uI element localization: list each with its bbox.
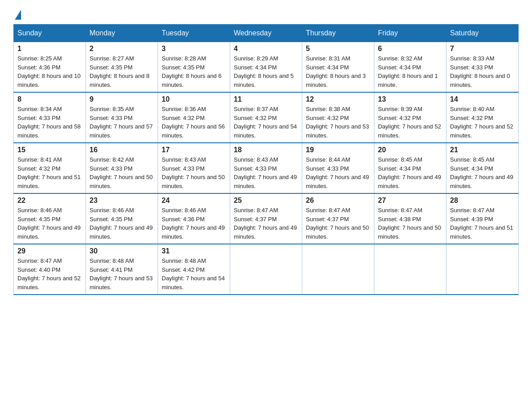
day-number: 16 [90,146,154,154]
calendar-cell: 23Sunrise: 8:46 AMSunset: 4:35 PMDayligh… [86,193,158,244]
day-number: 23 [90,197,154,205]
day-number: 17 [162,146,226,154]
calendar-cell: 19Sunrise: 8:44 AMSunset: 4:33 PMDayligh… [302,143,374,193]
calendar-cell: 20Sunrise: 8:45 AMSunset: 4:34 PMDayligh… [374,143,446,193]
calendar-cell: 8Sunrise: 8:34 AMSunset: 4:33 PMDaylight… [14,92,86,143]
header-tuesday: Tuesday [158,25,230,42]
day-info: Sunrise: 8:46 AMSunset: 4:35 PMDaylight:… [90,206,154,241]
day-number: 20 [378,146,442,154]
calendar-cell: 12Sunrise: 8:38 AMSunset: 4:32 PMDayligh… [302,92,374,143]
day-number: 26 [306,197,370,205]
calendar-cell: 17Sunrise: 8:43 AMSunset: 4:33 PMDayligh… [158,143,230,193]
header-saturday: Saturday [446,25,519,42]
calendar-cell: 24Sunrise: 8:46 AMSunset: 4:36 PMDayligh… [158,193,230,244]
day-info: Sunrise: 8:40 AMSunset: 4:32 PMDaylight:… [450,105,515,140]
day-number: 25 [234,197,298,205]
day-info: Sunrise: 8:27 AMSunset: 4:35 PMDaylight:… [90,54,154,89]
calendar-cell: 18Sunrise: 8:43 AMSunset: 4:33 PMDayligh… [230,143,302,193]
day-number: 21 [450,146,515,154]
day-number: 9 [90,95,154,103]
calendar-cell: 30Sunrise: 8:48 AMSunset: 4:41 PMDayligh… [86,244,158,295]
calendar-cell: 9Sunrise: 8:35 AMSunset: 4:33 PMDaylight… [86,92,158,143]
day-number: 1 [17,45,82,53]
header-friday: Friday [374,25,446,42]
day-number: 14 [450,95,515,103]
day-info: Sunrise: 8:34 AMSunset: 4:33 PMDaylight:… [17,105,82,140]
day-number: 7 [450,45,515,53]
calendar-cell [230,244,302,295]
calendar-cell: 13Sunrise: 8:39 AMSunset: 4:32 PMDayligh… [374,92,446,143]
day-info: Sunrise: 8:44 AMSunset: 4:33 PMDaylight:… [306,155,370,190]
day-info: Sunrise: 8:43 AMSunset: 4:33 PMDaylight:… [162,155,226,190]
calendar-cell: 26Sunrise: 8:47 AMSunset: 4:37 PMDayligh… [302,193,374,244]
logo-triangle-icon [15,10,21,20]
calendar-cell: 27Sunrise: 8:47 AMSunset: 4:38 PMDayligh… [374,193,446,244]
header-wednesday: Wednesday [230,25,302,42]
calendar-cell: 22Sunrise: 8:46 AMSunset: 4:35 PMDayligh… [14,193,86,244]
day-number: 8 [17,95,82,103]
day-info: Sunrise: 8:45 AMSunset: 4:34 PMDaylight:… [450,155,515,190]
day-number: 28 [450,197,515,205]
day-info: Sunrise: 8:46 AMSunset: 4:35 PMDaylight:… [17,206,82,241]
header-thursday: Thursday [302,25,374,42]
day-info: Sunrise: 8:46 AMSunset: 4:36 PMDaylight:… [162,206,226,241]
day-number: 5 [306,45,370,53]
calendar-cell: 25Sunrise: 8:47 AMSunset: 4:37 PMDayligh… [230,193,302,244]
calendar-cell: 14Sunrise: 8:40 AMSunset: 4:32 PMDayligh… [446,92,519,143]
page-header [13,9,519,20]
calendar-cell: 1Sunrise: 8:25 AMSunset: 4:36 PMDaylight… [14,42,86,93]
calendar-cell: 3Sunrise: 8:28 AMSunset: 4:35 PMDaylight… [158,42,230,93]
day-info: Sunrise: 8:33 AMSunset: 4:33 PMDaylight:… [450,54,515,89]
calendar-cell: 7Sunrise: 8:33 AMSunset: 4:33 PMDaylight… [446,42,519,93]
day-info: Sunrise: 8:31 AMSunset: 4:34 PMDaylight:… [306,54,370,89]
day-number: 29 [17,247,82,255]
calendar-cell [374,244,446,295]
day-number: 6 [378,45,442,53]
day-info: Sunrise: 8:48 AMSunset: 4:42 PMDaylight:… [162,257,226,291]
day-info: Sunrise: 8:37 AMSunset: 4:32 PMDaylight:… [234,105,298,140]
day-info: Sunrise: 8:47 AMSunset: 4:38 PMDaylight:… [378,206,442,241]
day-number: 2 [90,45,154,53]
calendar-cell [446,244,519,295]
day-info: Sunrise: 8:25 AMSunset: 4:36 PMDaylight:… [17,54,82,89]
calendar-cell: 31Sunrise: 8:48 AMSunset: 4:42 PMDayligh… [158,244,230,295]
day-number: 27 [378,197,442,205]
day-number: 22 [17,197,82,205]
day-info: Sunrise: 8:47 AMSunset: 4:39 PMDaylight:… [450,206,515,241]
day-info: Sunrise: 8:41 AMSunset: 4:32 PMDaylight:… [17,155,82,190]
day-number: 19 [306,146,370,154]
day-number: 31 [162,247,226,255]
calendar-cell: 4Sunrise: 8:29 AMSunset: 4:34 PMDaylight… [230,42,302,93]
day-number: 4 [234,45,298,53]
day-info: Sunrise: 8:28 AMSunset: 4:35 PMDaylight:… [162,54,226,89]
day-info: Sunrise: 8:35 AMSunset: 4:33 PMDaylight:… [90,105,154,140]
day-info: Sunrise: 8:38 AMSunset: 4:32 PMDaylight:… [306,105,370,140]
calendar-cell: 15Sunrise: 8:41 AMSunset: 4:32 PMDayligh… [14,143,86,193]
day-number: 18 [234,146,298,154]
day-info: Sunrise: 8:39 AMSunset: 4:32 PMDaylight:… [378,105,442,140]
calendar-cell: 28Sunrise: 8:47 AMSunset: 4:39 PMDayligh… [446,193,519,244]
day-info: Sunrise: 8:32 AMSunset: 4:34 PMDaylight:… [378,54,442,89]
calendar-cell: 16Sunrise: 8:42 AMSunset: 4:33 PMDayligh… [86,143,158,193]
calendar-cell: 6Sunrise: 8:32 AMSunset: 4:34 PMDaylight… [374,42,446,93]
day-info: Sunrise: 8:42 AMSunset: 4:33 PMDaylight:… [90,155,154,190]
day-number: 10 [162,95,226,103]
week-row-5: 29Sunrise: 8:47 AMSunset: 4:40 PMDayligh… [14,244,519,295]
week-row-4: 22Sunrise: 8:46 AMSunset: 4:35 PMDayligh… [14,193,519,244]
day-number: 30 [90,247,154,255]
day-info: Sunrise: 8:43 AMSunset: 4:33 PMDaylight:… [234,155,298,190]
day-info: Sunrise: 8:36 AMSunset: 4:32 PMDaylight:… [162,105,226,140]
calendar-cell: 21Sunrise: 8:45 AMSunset: 4:34 PMDayligh… [446,143,519,193]
calendar-table: SundayMondayTuesdayWednesdayThursdayFrid… [13,24,519,295]
day-number: 15 [17,146,82,154]
day-number: 3 [162,45,226,53]
day-info: Sunrise: 8:47 AMSunset: 4:37 PMDaylight:… [306,206,370,241]
day-info: Sunrise: 8:47 AMSunset: 4:40 PMDaylight:… [17,257,82,291]
day-number: 24 [162,197,226,205]
weekday-header-row: SundayMondayTuesdayWednesdayThursdayFrid… [14,25,519,42]
header-monday: Monday [86,25,158,42]
day-number: 12 [306,95,370,103]
calendar-cell [302,244,374,295]
header-sunday: Sunday [14,25,86,42]
day-info: Sunrise: 8:29 AMSunset: 4:34 PMDaylight:… [234,54,298,89]
